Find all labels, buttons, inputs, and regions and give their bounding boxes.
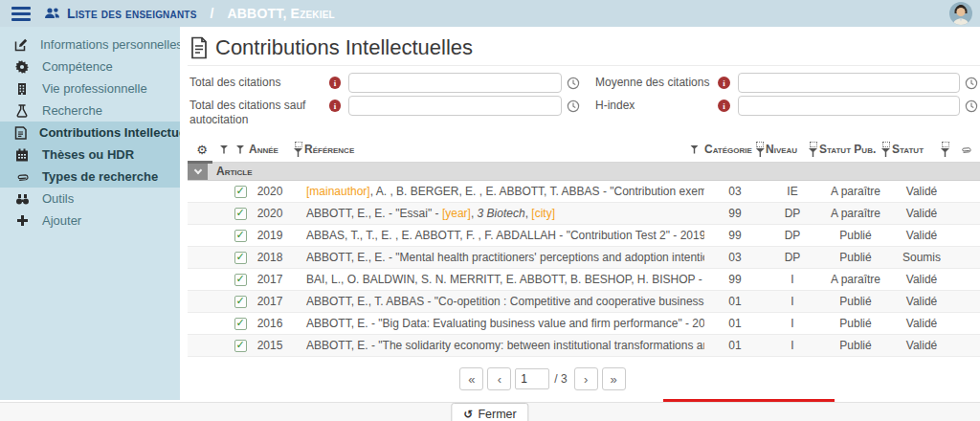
sidebar: Informations personnelles Compétence Vie…: [0, 27, 180, 400]
filter-icon[interactable]: [881, 148, 890, 157]
sidebar-item-competence[interactable]: Compétence: [0, 55, 180, 78]
filter-icon[interactable]: [809, 148, 817, 157]
moyenne-citations-input[interactable]: [738, 73, 960, 93]
pin-column-icon[interactable]: [882, 142, 890, 147]
field-label: Moyenne des citations: [595, 73, 718, 90]
column-tools-annee[interactable]: [294, 142, 302, 157]
info-icon[interactable]: i: [718, 77, 730, 89]
filter-icon[interactable]: [941, 148, 949, 157]
column-header-niveau[interactable]: Niveau: [766, 143, 797, 156]
info-icon[interactable]: i: [329, 77, 342, 89]
row-checkbox[interactable]: ✓: [234, 252, 247, 264]
total-citations-sauf-autocitation-input[interactable]: [348, 96, 562, 116]
row-year: 2015: [249, 339, 291, 352]
row-checkbox[interactable]: ✓: [234, 208, 247, 220]
breadcrumb-root-label: Liste des enseignants: [67, 6, 197, 21]
row-reference[interactable]: ABBOTT, E. - "The solidarity economy: be…: [304, 339, 704, 352]
row-reference[interactable]: ABBOTT, E., E. - "Mental health practiti…: [304, 251, 704, 264]
column-header-reference[interactable]: Référence: [304, 143, 354, 156]
row-checkbox[interactable]: ✓: [234, 186, 247, 198]
row-niveau: DP: [766, 251, 819, 264]
filter-icon[interactable]: [220, 145, 229, 154]
pin-column-icon[interactable]: [756, 142, 764, 147]
row-statut: Validé: [892, 295, 951, 308]
filter-icon[interactable]: [690, 145, 699, 154]
pin-column-icon[interactable]: [295, 142, 302, 147]
pagination-next-button[interactable]: ›: [574, 367, 598, 390]
filter-icon[interactable]: [236, 145, 245, 154]
row-statut-pub: Publié: [819, 317, 892, 330]
attachment-paperclip-icon[interactable]: [960, 144, 971, 156]
table-row[interactable]: ✓2020[mainauthor], A. , B. BERGER, E. , …: [188, 181, 980, 203]
info-icon[interactable]: i: [329, 100, 342, 112]
form-right-column: Moyenne des citations i H-index i: [595, 73, 978, 130]
info-icon[interactable]: i: [718, 100, 730, 112]
column-tools-niveau[interactable]: [809, 142, 817, 157]
user-avatar[interactable]: [949, 2, 972, 25]
sidebar-item-label: Types de recherche: [42, 169, 158, 184]
column-header-annee[interactable]: Année: [249, 143, 278, 156]
row-reference[interactable]: BAI, L., O. BALDWIN, S. N. MERRITT, E. A…: [304, 273, 704, 286]
table-row[interactable]: ✓2016ABBOTT, E. - "Big Data: Evaluating …: [188, 313, 980, 335]
menu-icon[interactable]: [11, 7, 31, 21]
row-checkbox[interactable]: ✓: [234, 230, 247, 242]
fermer-button[interactable]: ↺ Fermer: [451, 403, 528, 421]
row-select-cell: ✓: [232, 230, 249, 242]
row-reference[interactable]: ABBOTT, E. - "Big Data: Evaluating busin…: [304, 317, 704, 330]
table-row[interactable]: ✓2018ABBOTT, E., E. - "Mental health pra…: [188, 247, 980, 269]
row-reference[interactable]: [mainauthor], A. , B. BERGER, E. , E. AB…: [304, 185, 704, 198]
column-header-statut[interactable]: Statut: [892, 143, 924, 156]
row-reference[interactable]: ABBOTT, E., T. ABBAS - "Co-opetition : C…: [304, 295, 704, 308]
table-settings-gear-icon[interactable]: ⚙: [196, 143, 208, 157]
row-statut: Validé: [892, 339, 951, 352]
sidebar-item-outils[interactable]: Outils: [0, 188, 180, 210]
h-index-input[interactable]: [738, 96, 960, 116]
row-checkbox[interactable]: ✓: [234, 318, 247, 330]
table-row[interactable]: ✓2015ABBOTT, E. - "The solidarity econom…: [188, 335, 980, 357]
table-row[interactable]: ✓2017ABBOTT, E., T. ABBAS - "Co-opetitio…: [188, 291, 980, 313]
row-year: 2016: [249, 317, 291, 330]
table-row[interactable]: ✓2020ABBOTT, E., E. - "Essai" - [year], …: [188, 203, 980, 225]
column-tools-categorie[interactable]: [756, 142, 765, 157]
column-tools-statut-pub[interactable]: [881, 142, 890, 157]
column-header-statut-pub[interactable]: Statut Pub.: [819, 143, 876, 156]
citations-form: Total des citations i Total des citation…: [188, 66, 980, 132]
pagination-last-button[interactable]: »: [602, 367, 626, 390]
breadcrumb-root[interactable]: Liste des enseignants: [44, 6, 197, 21]
total-citations-input[interactable]: [348, 73, 562, 93]
pagination-prev-button[interactable]: ‹: [487, 367, 511, 390]
column-header-categorie[interactable]: Catégorie: [704, 143, 752, 156]
pin-column-icon[interactable]: [810, 142, 817, 147]
column-tools-statut[interactable]: [941, 142, 949, 157]
sidebar-item-recherche[interactable]: Recherche: [0, 100, 180, 122]
sidebar-item-contributions-intellectuelles[interactable]: Contributions Intellectuelles: [0, 122, 180, 144]
row-reference[interactable]: ABBAS, T., T., E. , E. ABBOTT, F. , F. A…: [304, 229, 704, 242]
chevron-down-icon: [193, 166, 201, 173]
pin-column-icon[interactable]: [942, 142, 949, 147]
sidebar-item-ajouter[interactable]: Ajouter: [0, 210, 180, 232]
page-title: Contributions Intellectuelles: [215, 35, 473, 60]
sidebar-item-vie-professionnelle[interactable]: Vie professionnelle: [0, 78, 180, 100]
contributions-table: ⚙ Année Référence Catégorie Niveau Statu…: [188, 137, 980, 357]
row-checkbox[interactable]: ✓: [234, 296, 247, 308]
clock-icon: [965, 100, 978, 113]
pagination-first-button[interactable]: «: [459, 367, 483, 390]
sidebar-item-label: Informations personnelles: [40, 37, 183, 52]
filter-icon[interactable]: [294, 148, 302, 157]
row-checkbox[interactable]: ✓: [234, 340, 247, 352]
table-row[interactable]: ✓2017BAI, L., O. BALDWIN, S. N. MERRITT,…: [188, 269, 980, 291]
filter-icon[interactable]: [756, 148, 765, 157]
pagination-page-input[interactable]: [515, 368, 549, 389]
sidebar-item-types-de-recherche[interactable]: Types de recherche: [0, 166, 180, 188]
row-checkbox[interactable]: ✓: [234, 274, 247, 286]
row-reference[interactable]: ABBOTT, E., E. - "Essai" - [year], 3 Bio…: [304, 207, 704, 220]
sidebar-item-informations-personnelles[interactable]: Informations personnelles: [0, 33, 180, 55]
undo-icon: ↺: [463, 408, 473, 421]
sidebar-item-label: Vie professionnelle: [42, 81, 147, 96]
row-statut-pub: Publié: [819, 251, 892, 264]
group-collapse-button[interactable]: [188, 163, 208, 180]
sidebar-item-theses-ou-hdr[interactable]: Thèses ou HDR: [0, 144, 180, 166]
table-row[interactable]: ✓2019ABBAS, T., T., E. , E. ABBOTT, F. ,…: [188, 225, 980, 247]
row-categorie: 03: [704, 251, 766, 264]
pagination: « ‹ / 3 › »: [146, 367, 939, 390]
